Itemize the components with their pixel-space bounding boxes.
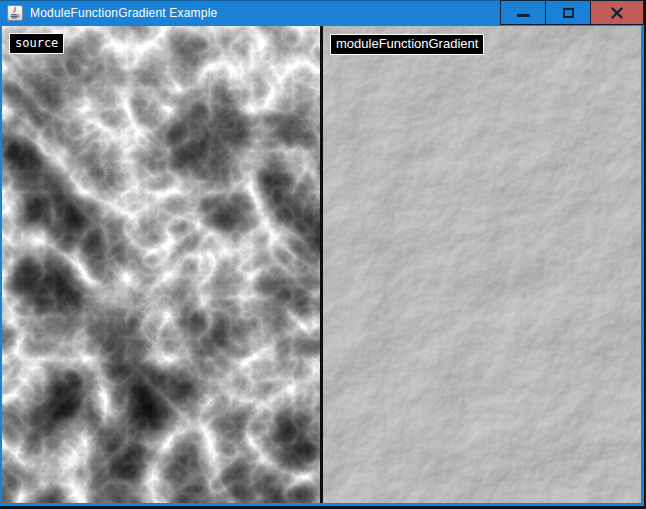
minimize-icon [517,14,530,17]
maximize-icon [563,8,574,18]
screenshot-root: ModuleFunctionGradient Example [0,0,646,509]
close-button[interactable] [591,0,644,25]
titlebar[interactable]: ModuleFunctionGradient Example [0,0,644,26]
panel-source: source [2,26,320,503]
close-icon [611,7,623,19]
panel-module-function-gradient: moduleFunctionGradient [323,26,641,503]
window-title: ModuleFunctionGradient Example [30,6,217,20]
maximize-button[interactable] [546,0,591,25]
window-content: source [0,26,644,503]
java-coffee-cup-icon [7,5,23,21]
minimize-button[interactable] [500,0,546,25]
source-label: source [9,33,64,54]
window-bottom-border [0,503,644,506]
module-function-gradient-image [323,26,641,503]
app-window: ModuleFunctionGradient Example [0,0,644,506]
source-noise-image [2,26,320,503]
window-controls [500,0,644,26]
module-function-gradient-label: moduleFunctionGradient [330,34,484,55]
